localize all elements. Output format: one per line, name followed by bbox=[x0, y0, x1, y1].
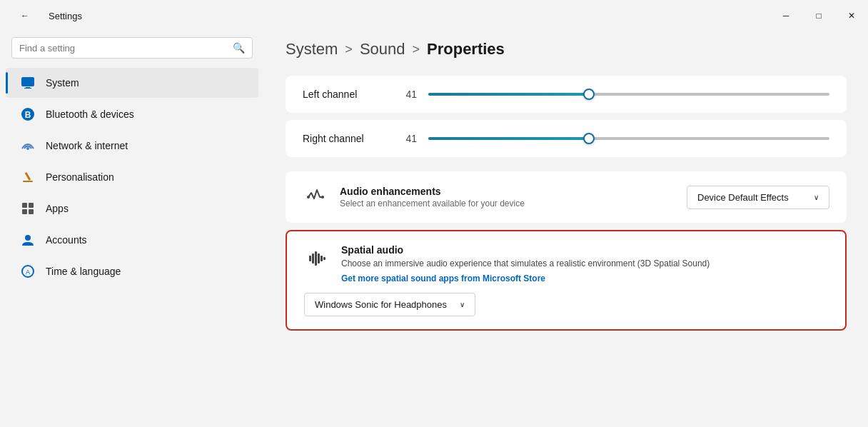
svg-point-5 bbox=[26, 147, 29, 150]
right-channel-label: Right channel bbox=[303, 133, 388, 144]
sidebar-item-bluetooth[interactable]: B Bluetooth & devices bbox=[6, 99, 258, 129]
breadcrumb-sep2: > bbox=[413, 42, 420, 57]
left-channel-value: 41 bbox=[400, 89, 417, 100]
svg-rect-8 bbox=[22, 203, 27, 208]
svg-rect-17 bbox=[309, 256, 311, 261]
audio-enhancements-card: Audio enhancements Select an enhancement… bbox=[286, 171, 847, 223]
svg-rect-21 bbox=[321, 256, 323, 261]
app-title: Settings bbox=[49, 11, 82, 21]
sidebar-item-time[interactable]: A Time & language bbox=[6, 256, 258, 286]
breadcrumb-current: Properties bbox=[427, 40, 505, 59]
spatial-audio-card: Spatial audio Choose an immersive audio … bbox=[286, 230, 847, 331]
apps-icon bbox=[20, 201, 36, 216]
search-icon: 🔍 bbox=[233, 42, 245, 54]
svg-text:B: B bbox=[25, 110, 31, 120]
sidebar-item-system-label: System bbox=[46, 77, 79, 89]
sidebar-item-accounts[interactable]: Accounts bbox=[6, 225, 258, 255]
window-controls: ─ □ ✕ bbox=[769, 3, 868, 29]
svg-rect-2 bbox=[24, 88, 31, 89]
left-channel-row: Left channel 41 bbox=[303, 89, 829, 100]
right-channel-card: Right channel 41 bbox=[286, 120, 847, 157]
system-icon bbox=[20, 75, 36, 91]
spatial-audio-title: Spatial audio bbox=[341, 244, 710, 256]
main-content: System > Sound > Properties Left channel… bbox=[264, 26, 868, 427]
enhancement-row: Audio enhancements Select an enhancement… bbox=[303, 184, 829, 210]
svg-rect-22 bbox=[323, 257, 326, 260]
enhancement-title: Audio enhancements bbox=[340, 186, 675, 197]
svg-rect-11 bbox=[29, 209, 34, 214]
accounts-icon bbox=[20, 232, 36, 248]
svg-text:A: A bbox=[26, 268, 30, 276]
search-box[interactable]: 🔍 bbox=[11, 37, 253, 59]
audio-enhancement-dropdown-value: Device Default Effects bbox=[697, 192, 789, 203]
spatial-audio-icon bbox=[304, 246, 330, 271]
close-button[interactable]: ✕ bbox=[835, 3, 868, 29]
titlebar: ← Settings ─ □ ✕ bbox=[0, 0, 868, 26]
breadcrumb-sound[interactable]: Sound bbox=[360, 40, 405, 59]
personalisation-icon bbox=[20, 169, 36, 185]
maximize-button[interactable]: □ bbox=[802, 3, 835, 29]
audio-enhancement-icon bbox=[303, 184, 328, 210]
svg-rect-20 bbox=[318, 253, 320, 263]
sidebar-item-accounts-label: Accounts bbox=[46, 234, 87, 246]
left-channel-slider[interactable] bbox=[428, 93, 829, 96]
right-channel-row: Right channel 41 bbox=[303, 133, 829, 144]
right-channel-slider[interactable] bbox=[428, 137, 829, 140]
svg-rect-0 bbox=[21, 77, 34, 86]
sidebar-nav: System B Bluetooth & devices bbox=[0, 67, 264, 427]
network-icon bbox=[20, 138, 36, 154]
sidebar-item-personalisation[interactable]: Personalisation bbox=[6, 162, 258, 192]
spatial-audio-dropdown-value: Windows Sonic for Headphones bbox=[315, 299, 447, 310]
sidebar-item-apps-label: Apps bbox=[46, 203, 69, 214]
left-channel-card: Left channel 41 bbox=[286, 76, 847, 113]
audio-enhancement-chevron: ∨ bbox=[814, 194, 819, 201]
app-body: 🔍 System B bbox=[0, 26, 868, 427]
svg-rect-10 bbox=[22, 209, 27, 214]
spatial-audio-store-link[interactable]: Get more spatial sound apps from Microso… bbox=[341, 273, 545, 283]
back-button[interactable]: ← bbox=[9, 3, 41, 29]
breadcrumb-system[interactable]: System bbox=[286, 40, 338, 59]
sidebar-item-time-label: Time & language bbox=[46, 266, 121, 277]
audio-enhancement-dropdown[interactable]: Device Default Effects ∨ bbox=[687, 186, 829, 209]
spatial-audio-chevron: ∨ bbox=[460, 301, 465, 308]
svg-rect-18 bbox=[312, 253, 314, 263]
search-input[interactable] bbox=[19, 43, 227, 54]
sidebar-item-system[interactable]: System bbox=[6, 68, 258, 98]
spatial-audio-text: Spatial audio Choose an immersive audio … bbox=[341, 244, 710, 284]
right-channel-value: 41 bbox=[400, 133, 417, 144]
svg-point-15 bbox=[307, 196, 310, 199]
svg-rect-7 bbox=[25, 172, 31, 181]
sidebar-item-apps[interactable]: Apps bbox=[6, 194, 258, 223]
spatial-audio-desc: Choose an immersive audio experience tha… bbox=[341, 258, 710, 268]
breadcrumb: System > Sound > Properties bbox=[286, 40, 847, 59]
sidebar-item-network[interactable]: Network & internet bbox=[6, 131, 258, 161]
enhancement-desc: Select an enhancement available for your… bbox=[340, 199, 675, 209]
svg-point-16 bbox=[321, 196, 324, 199]
breadcrumb-sep1: > bbox=[345, 42, 353, 57]
svg-rect-6 bbox=[23, 181, 33, 182]
svg-rect-9 bbox=[29, 203, 34, 208]
titlebar-left: ← Settings bbox=[0, 3, 82, 29]
spatial-audio-dropdown-row: Windows Sonic for Headphones ∨ bbox=[304, 293, 828, 316]
time-icon: A bbox=[20, 263, 36, 279]
minimize-button[interactable]: ─ bbox=[769, 3, 802, 29]
sidebar: 🔍 System B bbox=[0, 26, 264, 427]
sidebar-item-network-label: Network & internet bbox=[46, 140, 128, 151]
spatial-audio-top: Spatial audio Choose an immersive audio … bbox=[304, 244, 828, 284]
svg-rect-19 bbox=[315, 251, 317, 266]
left-channel-label: Left channel bbox=[303, 89, 388, 100]
sidebar-item-personalisation-label: Personalisation bbox=[46, 171, 114, 183]
bluetooth-icon: B bbox=[20, 106, 36, 122]
spatial-audio-dropdown[interactable]: Windows Sonic for Headphones ∨ bbox=[304, 293, 475, 316]
enhancement-text: Audio enhancements Select an enhancement… bbox=[340, 186, 675, 209]
svg-point-12 bbox=[25, 235, 31, 241]
sidebar-item-bluetooth-label: Bluetooth & devices bbox=[46, 109, 134, 120]
